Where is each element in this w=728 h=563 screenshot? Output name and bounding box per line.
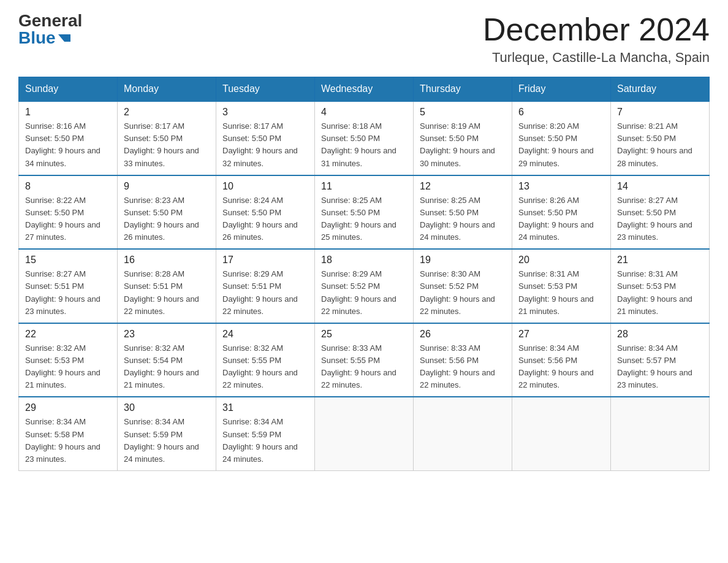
day-info: Sunrise: 8:29 AMSunset: 5:52 PMDaylight:… [321, 269, 396, 315]
calendar-header-row: SundayMondayTuesdayWednesdayThursdayFrid… [19, 77, 710, 102]
day-info: Sunrise: 8:30 AMSunset: 5:52 PMDaylight:… [420, 269, 495, 315]
day-info: Sunrise: 8:27 AMSunset: 5:50 PMDaylight:… [617, 196, 692, 242]
day-number: 13 [518, 181, 604, 192]
day-info: Sunrise: 8:17 AMSunset: 5:50 PMDaylight:… [222, 121, 298, 167]
day-number: 1 [25, 107, 111, 118]
day-info: Sunrise: 8:23 AMSunset: 5:50 PMDaylight:… [124, 196, 199, 242]
month-title: December 2024 [483, 12, 710, 47]
calendar-cell: 10Sunrise: 8:24 AMSunset: 5:50 PMDayligh… [216, 175, 315, 250]
day-number: 18 [321, 255, 407, 266]
day-info: Sunrise: 8:32 AMSunset: 5:55 PMDaylight:… [222, 343, 298, 389]
calendar-cell: 7Sunrise: 8:21 AMSunset: 5:50 PMDaylight… [611, 101, 710, 175]
day-info: Sunrise: 8:33 AMSunset: 5:56 PMDaylight:… [420, 343, 495, 389]
calendar-cell: 11Sunrise: 8:25 AMSunset: 5:50 PMDayligh… [315, 175, 414, 250]
calendar-cell: 16Sunrise: 8:28 AMSunset: 5:51 PMDayligh… [118, 249, 216, 323]
calendar-cell: 2Sunrise: 8:17 AMSunset: 5:50 PMDaylight… [118, 101, 216, 175]
day-info: Sunrise: 8:18 AMSunset: 5:50 PMDaylight:… [321, 121, 396, 167]
calendar-cell: 3Sunrise: 8:17 AMSunset: 5:50 PMDaylight… [216, 101, 315, 175]
day-number: 29 [25, 402, 111, 413]
calendar-cell: 27Sunrise: 8:34 AMSunset: 5:56 PMDayligh… [512, 323, 611, 397]
calendar-cell: 8Sunrise: 8:22 AMSunset: 5:50 PMDaylight… [19, 175, 118, 250]
location-title: Turleque, Castille-La Mancha, Spain [483, 50, 710, 66]
header-sunday: Sunday [19, 77, 118, 102]
week-row-3: 15Sunrise: 8:27 AMSunset: 5:51 PMDayligh… [19, 249, 710, 323]
day-number: 20 [518, 255, 604, 266]
calendar-cell: 9Sunrise: 8:23 AMSunset: 5:50 PMDaylight… [118, 175, 216, 250]
day-info: Sunrise: 8:29 AMSunset: 5:51 PMDaylight:… [222, 269, 298, 315]
week-row-2: 8Sunrise: 8:22 AMSunset: 5:50 PMDaylight… [19, 175, 710, 250]
calendar-table: SundayMondayTuesdayWednesdayThursdayFrid… [18, 77, 710, 471]
page-header: General Blue December 2024 Turleque, Cas… [18, 12, 710, 66]
day-number: 4 [321, 107, 407, 118]
calendar-cell: 30Sunrise: 8:34 AMSunset: 5:59 PMDayligh… [118, 397, 216, 470]
day-number: 23 [124, 329, 210, 340]
calendar-cell: 29Sunrise: 8:34 AMSunset: 5:58 PMDayligh… [19, 397, 118, 470]
calendar-cell: 21Sunrise: 8:31 AMSunset: 5:53 PMDayligh… [611, 249, 710, 323]
logo: General Blue [18, 12, 82, 47]
header-monday: Monday [118, 77, 216, 102]
calendar-cell: 1Sunrise: 8:16 AMSunset: 5:50 PMDaylight… [19, 101, 118, 175]
calendar-cell: 23Sunrise: 8:32 AMSunset: 5:54 PMDayligh… [118, 323, 216, 397]
header-saturday: Saturday [611, 77, 710, 102]
calendar-cell: 19Sunrise: 8:30 AMSunset: 5:52 PMDayligh… [414, 249, 512, 323]
day-number: 5 [420, 107, 506, 118]
calendar-cell: 13Sunrise: 8:26 AMSunset: 5:50 PMDayligh… [512, 175, 611, 250]
day-number: 22 [25, 329, 111, 340]
week-row-5: 29Sunrise: 8:34 AMSunset: 5:58 PMDayligh… [19, 397, 710, 470]
calendar-cell: 14Sunrise: 8:27 AMSunset: 5:50 PMDayligh… [611, 175, 710, 250]
day-info: Sunrise: 8:19 AMSunset: 5:50 PMDaylight:… [420, 121, 495, 167]
day-info: Sunrise: 8:26 AMSunset: 5:50 PMDaylight:… [518, 196, 594, 242]
calendar-cell: 20Sunrise: 8:31 AMSunset: 5:53 PMDayligh… [512, 249, 611, 323]
calendar-cell: 24Sunrise: 8:32 AMSunset: 5:55 PMDayligh… [216, 323, 315, 397]
day-number: 3 [222, 107, 308, 118]
day-number: 24 [222, 329, 308, 340]
day-number: 10 [222, 181, 308, 192]
logo-blue-text: Blue [18, 29, 70, 47]
day-number: 26 [420, 329, 506, 340]
day-info: Sunrise: 8:33 AMSunset: 5:55 PMDaylight:… [321, 343, 396, 389]
day-number: 6 [518, 107, 604, 118]
logo-general-text: General [18, 12, 82, 29]
day-info: Sunrise: 8:24 AMSunset: 5:50 PMDaylight:… [222, 196, 298, 242]
day-number: 14 [617, 181, 703, 192]
calendar-cell: 31Sunrise: 8:34 AMSunset: 5:59 PMDayligh… [216, 397, 315, 470]
day-info: Sunrise: 8:34 AMSunset: 5:56 PMDaylight:… [518, 343, 594, 389]
calendar-cell: 12Sunrise: 8:25 AMSunset: 5:50 PMDayligh… [414, 175, 512, 250]
day-number: 31 [222, 402, 308, 413]
day-info: Sunrise: 8:34 AMSunset: 5:59 PMDaylight:… [222, 417, 298, 463]
title-block: December 2024 Turleque, Castille-La Manc… [483, 12, 710, 66]
day-number: 28 [617, 329, 703, 340]
week-row-4: 22Sunrise: 8:32 AMSunset: 5:53 PMDayligh… [19, 323, 710, 397]
day-info: Sunrise: 8:21 AMSunset: 5:50 PMDaylight:… [617, 121, 692, 167]
calendar-cell [414, 397, 512, 470]
calendar-cell: 5Sunrise: 8:19 AMSunset: 5:50 PMDaylight… [414, 101, 512, 175]
day-number: 25 [321, 329, 407, 340]
day-info: Sunrise: 8:28 AMSunset: 5:51 PMDaylight:… [124, 269, 199, 315]
calendar-cell: 26Sunrise: 8:33 AMSunset: 5:56 PMDayligh… [414, 323, 512, 397]
day-info: Sunrise: 8:34 AMSunset: 5:59 PMDaylight:… [124, 417, 199, 463]
calendar-cell: 22Sunrise: 8:32 AMSunset: 5:53 PMDayligh… [19, 323, 118, 397]
day-number: 17 [222, 255, 308, 266]
day-number: 11 [321, 181, 407, 192]
calendar-cell [611, 397, 710, 470]
day-number: 2 [124, 107, 210, 118]
day-info: Sunrise: 8:17 AMSunset: 5:50 PMDaylight:… [124, 121, 199, 167]
day-info: Sunrise: 8:31 AMSunset: 5:53 PMDaylight:… [617, 269, 692, 315]
header-thursday: Thursday [414, 77, 512, 102]
day-number: 30 [124, 402, 210, 413]
calendar-cell: 6Sunrise: 8:20 AMSunset: 5:50 PMDaylight… [512, 101, 611, 175]
day-info: Sunrise: 8:25 AMSunset: 5:50 PMDaylight:… [321, 196, 396, 242]
day-number: 7 [617, 107, 703, 118]
week-row-1: 1Sunrise: 8:16 AMSunset: 5:50 PMDaylight… [19, 101, 710, 175]
day-info: Sunrise: 8:34 AMSunset: 5:57 PMDaylight:… [617, 343, 692, 389]
day-info: Sunrise: 8:27 AMSunset: 5:51 PMDaylight:… [25, 269, 100, 315]
calendar-cell [512, 397, 611, 470]
day-info: Sunrise: 8:25 AMSunset: 5:50 PMDaylight:… [420, 196, 495, 242]
calendar-cell: 4Sunrise: 8:18 AMSunset: 5:50 PMDaylight… [315, 101, 414, 175]
day-number: 19 [420, 255, 506, 266]
day-number: 8 [25, 181, 111, 192]
day-info: Sunrise: 8:20 AMSunset: 5:50 PMDaylight:… [518, 121, 594, 167]
day-number: 15 [25, 255, 111, 266]
day-info: Sunrise: 8:32 AMSunset: 5:54 PMDaylight:… [124, 343, 199, 389]
day-number: 21 [617, 255, 703, 266]
